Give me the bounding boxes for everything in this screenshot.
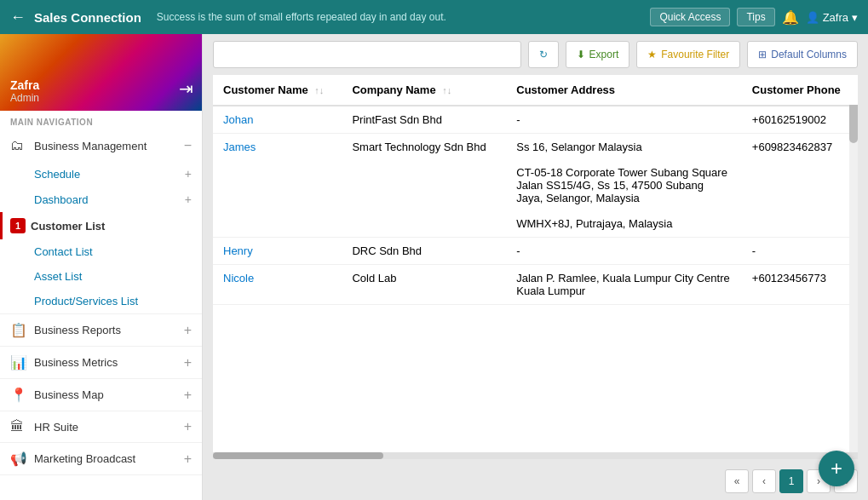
sidebar-user-name: Zafra [10,78,39,92]
table-vertical-scrollbar[interactable] [849,75,858,452]
table-cell-customer-address: - [506,106,742,134]
add-customer-fab[interactable]: + [819,451,854,486]
dashboard-plus-icon[interactable]: + [185,193,192,206]
nav-item-marketing-broadcast-label: Marketing Broadcast [34,452,184,465]
pagination-prev-button[interactable]: ‹ [752,469,776,493]
logout-icon[interactable]: ⇥ [179,78,193,99]
col-customer-name-sort-icon: ↑↓ [314,85,324,95]
sidebar-user-role: Admin [10,92,39,104]
nav-item-business-map-label: Business Map [34,388,184,401]
hr-suite-icon: 🏛 [10,419,27,434]
nav-item-business-map[interactable]: 📍 Business Map + [0,379,202,411]
favourite-filter-button[interactable]: ★ Favourite Filter [636,41,740,68]
nav-sub-item-schedule[interactable]: Schedule + [0,161,202,187]
customer-list-badge: 1 [10,218,26,233]
nav-sub-item-product-services[interactable]: Product/Services List [0,289,202,313]
marketing-broadcast-toggle[interactable]: + [184,451,192,467]
col-customer-phone: Customer Phone [742,75,858,106]
default-columns-button[interactable]: ⊞ Default Columns [747,41,858,68]
customer-table-wrapper: Customer Name ↑↓ Company Name ↑↓ Custome… [213,75,858,452]
table-cell-customer-name: Johan [213,106,342,134]
nav-section-business-management: 🗂 Business Management − Schedule + Dashb… [0,130,202,314]
business-map-toggle[interactable]: + [184,388,192,403]
product-services-label: Product/Services List [34,295,138,307]
nav-item-hr-suite[interactable]: 🏛 HR Suite + [0,411,202,442]
table-cell-company-name: DRC Sdn Bhd [342,238,506,265]
nav-section-business-metrics: 📊 Business Metrics + [0,347,202,379]
business-reports-toggle[interactable]: + [184,323,192,338]
pagination-page-1-button[interactable]: 1 [779,469,803,493]
sidebar-header: Zafra Admin ⇥ [0,34,202,111]
col-customer-address: Customer Address [506,75,742,106]
table-row: JohanPrintFast Sdn Bhd-+60162519002 [213,106,858,134]
col-company-name-label: Company Name [352,83,435,96]
columns-label: Default Columns [771,49,847,60]
user-menu[interactable]: 👤 Zafra ▾ [806,11,858,24]
sidebar: Zafra Admin ⇥ MAIN NAVIGATION 🗂 Business… [0,34,203,500]
nav-item-business-metrics[interactable]: 📊 Business Metrics + [0,347,202,378]
user-chevron-icon: ▾ [852,11,858,24]
business-reports-icon: 📋 [10,322,27,338]
table-row: NicoleCold LabJalan P. Ramlee, Kuala Lum… [213,265,858,305]
columns-icon: ⊞ [758,49,767,60]
col-company-name[interactable]: Company Name ↑↓ [342,75,506,106]
nav-section-hr-suite: 🏛 HR Suite + [0,411,202,443]
business-metrics-toggle[interactable]: + [184,355,192,371]
customer-name-link[interactable]: Johan [223,113,253,126]
table-cell-customer-phone: +609823462837 [742,134,858,238]
toolbar: ↻ ⬇ Export ★ Favourite Filter ⊞ Default … [203,34,868,75]
export-icon: ⬇ [577,49,585,60]
customer-table: Customer Name ↑↓ Company Name ↑↓ Custome… [213,75,858,305]
notification-icon[interactable]: 🔔 [782,9,799,26]
back-button[interactable]: ← [10,9,26,26]
nav-sub-item-dashboard[interactable]: Dashboard + [0,187,202,212]
search-input[interactable] [213,41,521,68]
asset-list-label: Asset List [34,270,82,283]
business-management-toggle[interactable]: − [184,138,192,153]
table-cell-customer-name: James [213,134,342,238]
hr-suite-toggle[interactable]: + [184,419,192,434]
schedule-label: Schedule [34,168,80,181]
nav-sub-item-asset-list[interactable]: Asset List [0,264,202,289]
pagination-first-button[interactable]: « [725,469,749,493]
table-cell-customer-phone: - [742,238,858,265]
nav-item-marketing-broadcast[interactable]: 📢 Marketing Broadcast + [0,443,202,474]
app-title: Sales Connection [34,10,141,25]
tips-button[interactable]: Tips [737,8,774,26]
table-row: HenryDRC Sdn Bhd-- [213,238,858,265]
business-metrics-icon: 📊 [10,354,27,371]
refresh-button[interactable]: ↻ [528,41,559,68]
export-button[interactable]: ⬇ Export [566,41,630,68]
horizontal-scrollbar-thumb [213,452,383,459]
nav-item-business-reports-label: Business Reports [34,324,184,336]
nav-section-label: MAIN NAVIGATION [0,111,202,130]
col-customer-name-label: Customer Name [223,83,308,96]
customer-name-link[interactable]: Henry [223,244,253,257]
table-cell-customer-address: Ss 16, Selangor Malaysia CT-05-18 Corpor… [506,134,742,238]
nav-item-business-metrics-label: Business Metrics [34,356,184,369]
customer-list-label: Customer List [31,220,105,233]
nav-item-business-reports[interactable]: 📋 Business Reports + [0,314,202,346]
topbar-right: Quick Access Tips 🔔 👤 Zafra ▾ [650,8,858,26]
nav-item-business-management-label: Business Management [34,140,184,152]
customer-name-link[interactable]: James [223,141,256,153]
horizontal-scrollbar[interactable] [213,452,858,459]
app-slogan: Success is the sum of small efforts repe… [157,11,446,23]
nav-sub-item-contact-list[interactable]: Contact List [0,239,202,264]
sidebar-user-info: Zafra Admin [10,78,39,104]
quick-access-button[interactable]: Quick Access [650,8,730,26]
table-cell-customer-phone: +60123456773 [742,265,858,305]
table-cell-customer-name: Nicole [213,265,342,305]
customer-name-link[interactable]: Nicole [223,272,254,284]
table-cell-company-name: PrintFast Sdn Bhd [342,106,506,134]
table-cell-company-name: Cold Lab [342,265,506,305]
table-cell-company-name: Smart Technology Sdn Bhd [342,134,506,238]
nav-item-hr-suite-label: HR Suite [34,421,184,434]
table-row: JamesSmart Technology Sdn BhdSs 16, Sela… [213,134,858,238]
nav-item-business-management[interactable]: 🗂 Business Management − [0,130,202,161]
col-customer-name[interactable]: Customer Name ↑↓ [213,75,342,106]
table-scroll[interactable]: Customer Name ↑↓ Company Name ↑↓ Custome… [213,75,858,452]
schedule-plus-icon[interactable]: + [185,167,192,181]
nav-section-marketing-broadcast: 📢 Marketing Broadcast + [0,443,202,475]
nav-sub-item-customer-list[interactable]: 1 Customer List [0,212,202,239]
